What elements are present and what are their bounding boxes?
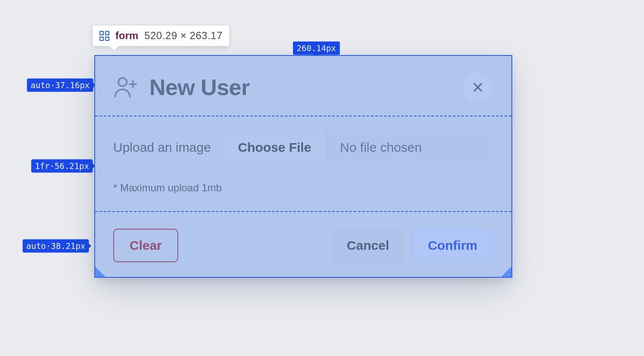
new-user-form: New User Upload an image Choose File No … (94, 55, 512, 278)
close-button[interactable] (462, 72, 493, 103)
svg-point-0 (118, 78, 127, 86)
tooltip-tagname: form (115, 30, 138, 42)
clear-button[interactable]: Clear (113, 229, 178, 262)
devtools-element-tooltip: form 520.29 × 263.17 (92, 25, 230, 46)
close-icon (472, 81, 484, 93)
user-plus-icon (113, 75, 138, 100)
choose-file-button[interactable]: Choose File (222, 130, 327, 165)
form-footer: Clear Cancel Confirm (94, 225, 512, 266)
tooltip-dimensions: 520.29 × 263.17 (144, 30, 223, 42)
form-body: Upload an image Choose File No file chos… (94, 130, 512, 203)
upload-label: Upload an image (113, 140, 211, 155)
upload-hint: * Maximum upload 1mb (113, 182, 493, 194)
grid-row-label-2: 1fr·56.21px (31, 159, 93, 173)
cancel-button[interactable]: Cancel (333, 229, 403, 262)
grid-column-width-label: 260.14px (293, 41, 340, 55)
grid-row-label-3: auto·38.21px (22, 239, 89, 253)
form-header: New User (94, 68, 512, 107)
modal-title: New User (149, 74, 250, 100)
grid-icon (99, 31, 109, 41)
grid-row-label-1: auto·37.16px (27, 78, 93, 92)
confirm-button[interactable]: Confirm (412, 229, 493, 262)
upload-row: Upload an image Choose File No file chos… (113, 130, 493, 165)
footer-right-group: Cancel Confirm (333, 229, 493, 262)
file-input[interactable]: Choose File No file chosen (222, 130, 493, 165)
no-file-chosen-text: No file chosen (327, 140, 422, 155)
